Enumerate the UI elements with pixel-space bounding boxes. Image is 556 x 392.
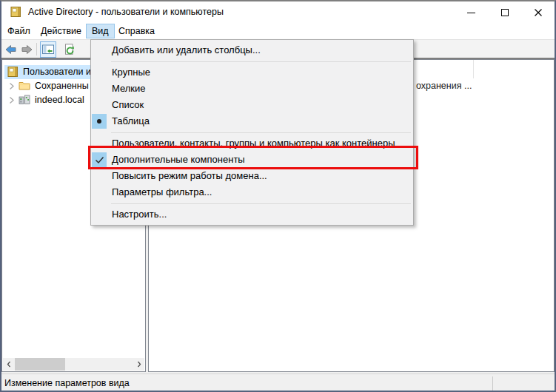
directory-book-icon: [7, 66, 19, 78]
refresh-button[interactable]: [62, 42, 77, 57]
show-console-tree-icon: [42, 44, 54, 55]
tree-item-label: indeed.local: [35, 93, 84, 107]
menu-item-large-icons[interactable]: Крупные: [91, 64, 413, 81]
tree-item-label: Сохраненны: [35, 79, 89, 93]
status-text: Изменение параметров вида: [4, 374, 130, 392]
show-console-tree-button[interactable]: [40, 41, 56, 58]
back-icon: [4, 44, 17, 55]
menu-separator: [111, 61, 411, 62]
menu-item-users-as-containers[interactable]: Пользователи, контакты, группы и компьют…: [91, 135, 413, 152]
menu-file[interactable]: Файл: [2, 24, 36, 38]
toolbar-separator: [36, 43, 37, 55]
folder-icon: [19, 80, 30, 92]
refresh-icon: [64, 44, 76, 55]
close-icon: [534, 8, 543, 17]
menu-item-detail[interactable]: Таблица: [91, 113, 413, 129]
menu-item-add-remove-columns[interactable]: Добавить или удалить столбцы...: [91, 42, 413, 58]
radio-dot-icon: [97, 119, 101, 124]
scroll-left-arrow-icon[interactable]: [3, 358, 14, 371]
chevron-right-icon[interactable]: [9, 82, 15, 90]
menu-help[interactable]: Справка: [113, 24, 160, 38]
menu-item-customize[interactable]: Настроить...: [91, 206, 413, 223]
statusbar-divider: [492, 376, 493, 391]
directory-book-icon: [10, 6, 22, 18]
menu-item-filter-options[interactable]: Параметры фильтра...: [91, 184, 413, 200]
window-controls: [455, 1, 555, 24]
view-menu-dropdown: Добавить или удалить столбцы... Крупные …: [90, 39, 414, 226]
menu-view[interactable]: Вид: [86, 24, 115, 38]
horizontal-scrollbar[interactable]: [3, 358, 144, 371]
tree-item-label: Пользователи и: [23, 65, 91, 79]
menubar: Файл Действие Вид Справка: [0, 24, 556, 39]
close-button[interactable]: [521, 1, 555, 24]
menu-item-label: Дополнительные компоненты: [112, 154, 245, 165]
menu-item-label: Таблица: [112, 115, 150, 126]
back-button[interactable]: [3, 42, 18, 57]
scroll-right-arrow-icon[interactable]: [133, 358, 144, 371]
statusbar: Изменение параметров вида: [0, 374, 556, 392]
list-row-partial[interactable]: охранения ...: [416, 80, 472, 92]
maximize-icon: [501, 9, 509, 16]
app-window: Active Directory - пользователи и компью…: [0, 0, 556, 392]
maximize-button[interactable]: [488, 1, 521, 24]
chevron-right-icon[interactable]: [9, 96, 15, 104]
forward-icon: [21, 44, 33, 55]
minimize-button[interactable]: [455, 1, 488, 24]
column-header-divider[interactable]: [473, 60, 474, 78]
domain-icon: [19, 94, 30, 106]
titlebar: Active Directory - пользователи и компью…: [0, 0, 556, 24]
menu-separator: [111, 132, 411, 133]
checkmark-badge: [92, 152, 107, 167]
menu-item-small-icons[interactable]: Мелкие: [91, 81, 413, 97]
forward-button[interactable]: [19, 42, 34, 57]
menu-item-list[interactable]: Список: [91, 97, 413, 113]
window-title: Active Directory - пользователи и компью…: [28, 0, 224, 24]
menu-separator: [111, 203, 411, 204]
checkmark-icon: [95, 156, 104, 164]
radio-selected-badge: [92, 114, 107, 129]
minimize-icon: [467, 13, 475, 13]
menu-item-advanced-features[interactable]: Дополнительные компоненты: [91, 152, 413, 168]
menu-action[interactable]: Действие: [36, 24, 87, 38]
menu-item-raise-domain-level[interactable]: Повысить режим работы домена...: [91, 168, 413, 184]
scrollbar-thumb[interactable]: [15, 358, 65, 371]
